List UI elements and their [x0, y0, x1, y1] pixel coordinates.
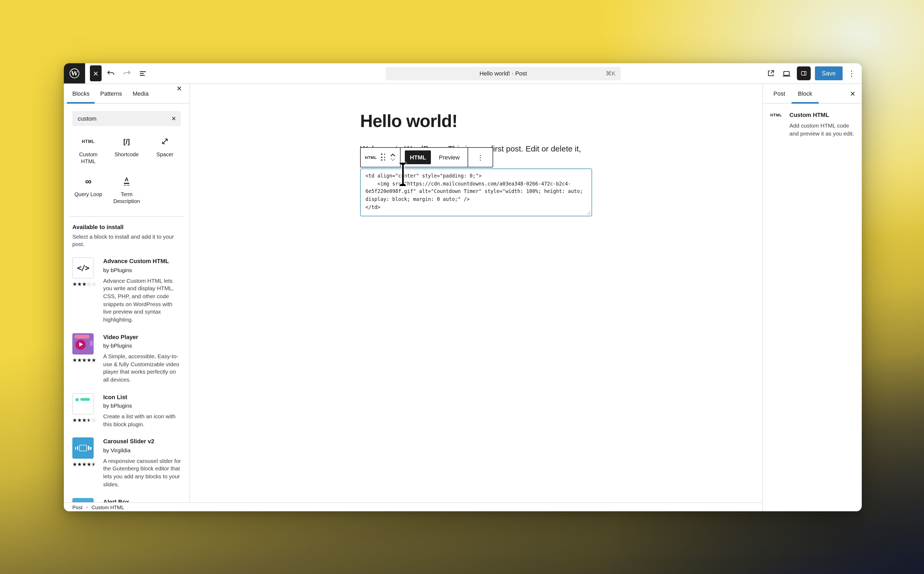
term-description-block-icon: A	[124, 175, 129, 187]
plugin-name: Carousel Slider v2	[103, 438, 181, 445]
html-mode-button[interactable]: HTML	[405, 150, 431, 164]
carousel-slider-plugin-icon	[72, 438, 93, 459]
block-card-description: Add custom HTML code and preview it as y…	[790, 122, 854, 137]
block-search: ✕	[72, 111, 181, 126]
plugin-rating: ★★★★★	[72, 358, 96, 363]
editor-main-area: Blocks Patterns Media ✕ ✕	[64, 84, 762, 511]
header-right-tools: Save ⋮	[762, 63, 862, 84]
plugin-item-icon-list[interactable]: ★★★★☆ Icon List by bPlugins Create a lis…	[72, 393, 181, 428]
available-to-install-subheading: Select a block to install and add it to …	[72, 233, 181, 248]
header-center: Hello world! · Post ⌘K	[64, 67, 862, 80]
html-code-text[interactable]: <td align="center" style="padding: 0;"> …	[365, 172, 587, 211]
block-info-card: HTML Custom HTML Add custom HTML code an…	[763, 104, 862, 145]
plugin-author: by bPlugins	[103, 342, 181, 348]
textarea-resize-handle[interactable]	[587, 211, 590, 214]
plugin-rating: ★★★★★	[72, 462, 96, 467]
options-menu-button[interactable]: ⋮	[845, 66, 856, 80]
custom-html-block-icon: HTML	[82, 136, 95, 147]
preview-device-button[interactable]	[780, 66, 794, 80]
plugin-item-carousel-slider[interactable]: ★★★★★ Carousel Slider v2 by Virgildia A …	[72, 438, 181, 488]
block-toolbar-mode-segment: HTML Preview	[400, 148, 468, 167]
html-code-editor[interactable]: <td align="center" style="padding: 0;"> …	[360, 169, 592, 216]
undo-button[interactable]	[104, 66, 117, 80]
list-view-icon	[138, 68, 148, 78]
plugin-rating: ★★★★☆	[72, 418, 96, 423]
breadcrumb-custom-html[interactable]: Custom HTML	[92, 504, 124, 510]
desktop-background: W	[0, 0, 924, 574]
tab-blocks[interactable]: Blocks	[67, 84, 95, 103]
icon-list-plugin-icon	[72, 393, 93, 415]
external-link-icon	[766, 69, 775, 78]
wordpress-logo-button[interactable]: W	[64, 63, 85, 84]
spacer-block-icon	[160, 136, 170, 147]
close-icon	[93, 71, 98, 76]
tab-patterns[interactable]: Patterns	[95, 84, 127, 103]
view-post-button[interactable]	[764, 66, 778, 80]
block-card-title: Custom HTML	[790, 112, 854, 118]
editor-body: Blocks Patterns Media ✕ ✕	[64, 84, 862, 511]
tab-post-settings[interactable]: Post	[767, 84, 791, 103]
advance-custom-html-plugin-icon: </>	[72, 257, 93, 279]
block-toolbar-options-segment: ⋮	[468, 148, 493, 167]
block-toolbar: HTML HTML Pre	[360, 147, 493, 167]
command-shortcut-hint: ⌘K	[606, 70, 615, 77]
search-clear-button[interactable]: ✕	[168, 113, 179, 124]
preview-mode-button[interactable]: Preview	[435, 154, 464, 161]
plugin-name: Advance Custom HTML	[103, 257, 181, 265]
undo-icon	[106, 68, 116, 78]
plugin-item-advance-custom-html[interactable]: </> ★★★☆☆ Advance Custom HTML by bPlugin…	[72, 257, 181, 324]
plugin-item-video-player[interactable]: ★★★★★ Video Player by bPlugins A Simple,…	[72, 333, 181, 384]
plugin-rating: ★★★☆☆	[72, 282, 96, 287]
block-tile-term-description[interactable]: A Term Description	[108, 175, 146, 205]
block-tile-label: Query Loop	[74, 191, 103, 198]
list-view-button[interactable]	[136, 66, 149, 80]
settings-sidebar-toggle-button[interactable]	[797, 66, 811, 80]
plugin-item-alert-box[interactable]: ! ★★★★★ Alert Box by bPlugins Display no…	[72, 498, 181, 502]
plugin-author: by bPlugins	[103, 402, 181, 409]
block-tile-query-loop[interactable]: ∞ Query Loop	[69, 175, 108, 205]
wordpress-icon: W	[68, 67, 81, 80]
document-title-bar[interactable]: Hello world! · Post ⌘K	[386, 67, 621, 80]
custom-html-block: HTML HTML Pre	[360, 169, 592, 216]
settings-sidebar: Post Block ✕ HTML Custom HTML Add custom…	[762, 84, 862, 511]
block-options-button[interactable]: ⋮	[472, 153, 488, 161]
redo-icon	[122, 68, 132, 78]
settings-close-button[interactable]: ✕	[846, 89, 860, 98]
plugin-name: Alert Box	[103, 498, 181, 502]
block-tile-custom-html[interactable]: HTML Custom HTML	[69, 136, 108, 165]
shortcode-block-icon: [/]	[123, 136, 130, 147]
block-breadcrumb-bar: Post › Custom HTML	[64, 502, 762, 511]
block-tile-shortcode[interactable]: [/] Shortcode	[108, 136, 146, 165]
move-up-icon[interactable]	[390, 153, 396, 157]
drag-handle-icon[interactable]	[381, 154, 386, 161]
close-block-inserter-button[interactable]	[90, 65, 101, 81]
plugin-name: Video Player	[103, 333, 181, 341]
save-button[interactable]: Save	[815, 66, 843, 80]
move-down-icon[interactable]	[390, 158, 396, 162]
tab-block-settings[interactable]: Block	[791, 84, 819, 103]
block-mover	[390, 153, 396, 162]
block-tile-label: Term Description	[110, 191, 143, 205]
available-to-install-heading: Available to install	[72, 224, 181, 230]
breadcrumb-post[interactable]: Post	[72, 504, 82, 510]
post-title[interactable]: Hello world!	[360, 110, 592, 131]
tab-media[interactable]: Media	[127, 84, 154, 103]
block-results-grid: HTML Custom HTML [/] Shortcode	[69, 136, 184, 217]
plugin-description: Advance Custom HTML lets you write and d…	[103, 277, 181, 323]
plugin-author: by Virgildia	[103, 447, 181, 453]
inserter-close-button[interactable]: ✕	[172, 84, 186, 93]
header-left-tools: W	[64, 63, 149, 84]
block-tile-label: Shortcode	[114, 151, 139, 158]
block-tile-spacer[interactable]: Spacer	[146, 136, 184, 165]
alert-box-plugin-icon: !	[72, 498, 93, 502]
block-tile-label: Spacer	[157, 151, 173, 158]
document-title: Hello world! · Post	[479, 70, 527, 77]
plugin-description: A Simple, accessible, Easy-to-use & full…	[103, 352, 181, 384]
plugin-description: A responsive carousel slider for the Gut…	[103, 457, 181, 489]
plugin-description: Create a list with an icon with this blo…	[103, 412, 181, 428]
block-search-input[interactable]	[72, 111, 181, 126]
query-loop-block-icon: ∞	[85, 175, 92, 187]
editor-top-bar: W	[64, 63, 862, 84]
html-block-type-icon[interactable]: HTML	[365, 155, 377, 160]
redo-button[interactable]	[120, 66, 133, 80]
